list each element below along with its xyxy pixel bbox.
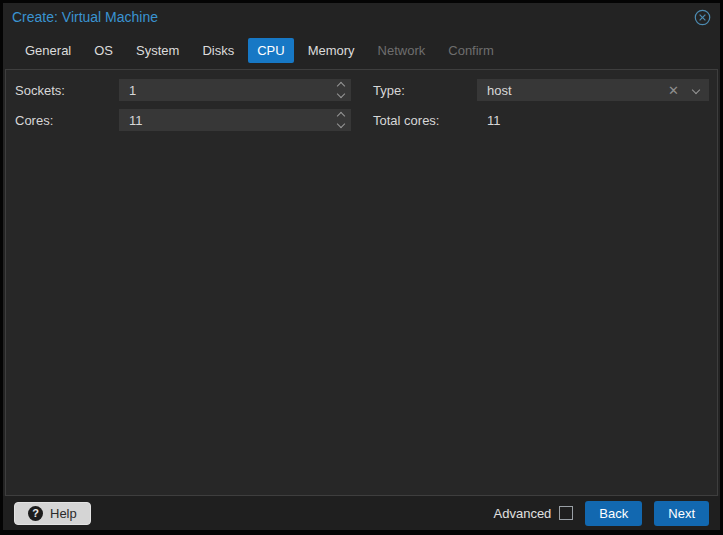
- tab-network: Network: [369, 38, 435, 63]
- cores-spin-down-icon[interactable]: [337, 120, 345, 128]
- dialog-title: Create: Virtual Machine: [12, 9, 158, 25]
- clear-x-icon[interactable]: ✕: [668, 84, 679, 97]
- help-label: Help: [50, 506, 77, 521]
- sockets-input[interactable]: [119, 79, 351, 101]
- total-cores-label: Total cores:: [373, 113, 477, 128]
- dialog-titlebar: Create: Virtual Machine: [3, 3, 720, 31]
- tab-cpu[interactable]: CPU: [248, 38, 293, 63]
- cores-spinner: [338, 109, 344, 131]
- form-row-1: Sockets: Type: ✕: [15, 79, 717, 101]
- tab-confirm: Confirm: [439, 38, 503, 63]
- type-label: Type:: [373, 83, 477, 98]
- cores-input[interactable]: [119, 109, 351, 131]
- advanced-label: Advanced: [494, 506, 552, 521]
- next-button[interactable]: Next: [654, 501, 709, 526]
- sockets-spin-down-icon[interactable]: [337, 90, 345, 98]
- cpu-tab-panel: Sockets: Type: ✕ Cores:: [5, 69, 718, 496]
- create-vm-dialog: Create: Virtual Machine General OS Syste…: [0, 0, 723, 535]
- close-icon[interactable]: [694, 9, 711, 26]
- tab-disks[interactable]: Disks: [193, 38, 243, 63]
- sockets-spinner: [338, 79, 344, 101]
- tab-memory[interactable]: Memory: [299, 38, 364, 63]
- type-combo-icons: ✕: [668, 79, 709, 101]
- question-mark-icon: ?: [28, 506, 43, 521]
- help-button[interactable]: ? Help: [14, 502, 91, 525]
- chevron-down-icon[interactable]: [693, 87, 699, 93]
- tab-general[interactable]: General: [16, 38, 80, 63]
- tab-os[interactable]: OS: [85, 38, 122, 63]
- form-row-2: Cores: Total cores: 11: [15, 109, 717, 131]
- advanced-checkbox[interactable]: [559, 506, 573, 520]
- sockets-label: Sockets:: [15, 83, 119, 98]
- type-combo-field: ✕: [477, 79, 709, 101]
- tab-system[interactable]: System: [127, 38, 188, 63]
- cores-field: [119, 109, 351, 131]
- back-button[interactable]: Back: [585, 501, 642, 526]
- sockets-field: [119, 79, 351, 101]
- total-cores-value: 11: [477, 113, 501, 128]
- footer-toolbar: ? Help Advanced Back Next: [3, 496, 720, 530]
- wizard-tabbar: General OS System Disks CPU Memory Netwo…: [3, 31, 720, 69]
- cores-label: Cores:: [15, 113, 119, 128]
